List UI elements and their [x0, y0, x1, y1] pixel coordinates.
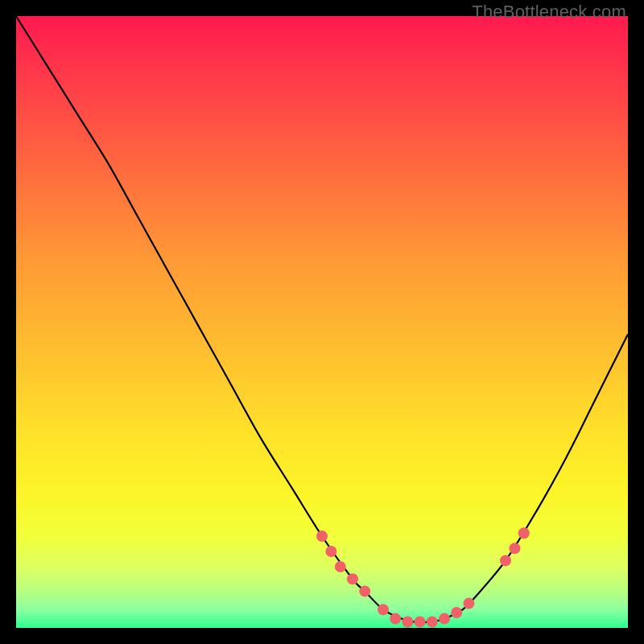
- curve-marker: [359, 585, 370, 597]
- curve-marker: [518, 527, 530, 539]
- curve-marker: [439, 613, 450, 625]
- curve-marker: [325, 546, 336, 557]
- plot-area: [16, 16, 628, 628]
- chart-frame: TheBottleneck.com: [0, 0, 644, 644]
- curve-marker: [402, 616, 413, 627]
- chart-svg: [16, 16, 628, 628]
- curve-marker: [451, 607, 462, 618]
- curve-marker: [427, 616, 438, 627]
- curve-marker: [347, 573, 358, 584]
- branding-watermark: TheBottleneck.com: [472, 2, 626, 23]
- curve-marker: [415, 616, 426, 627]
- curve-marker: [500, 555, 511, 566]
- curve-marker: [390, 613, 401, 625]
- curve-marker: [509, 543, 520, 554]
- curve-marker: [463, 598, 474, 609]
- curve-marker: [335, 561, 346, 572]
- curve-marker: [378, 604, 389, 615]
- curve-markers: [316, 527, 530, 627]
- curve-marker: [316, 530, 328, 542]
